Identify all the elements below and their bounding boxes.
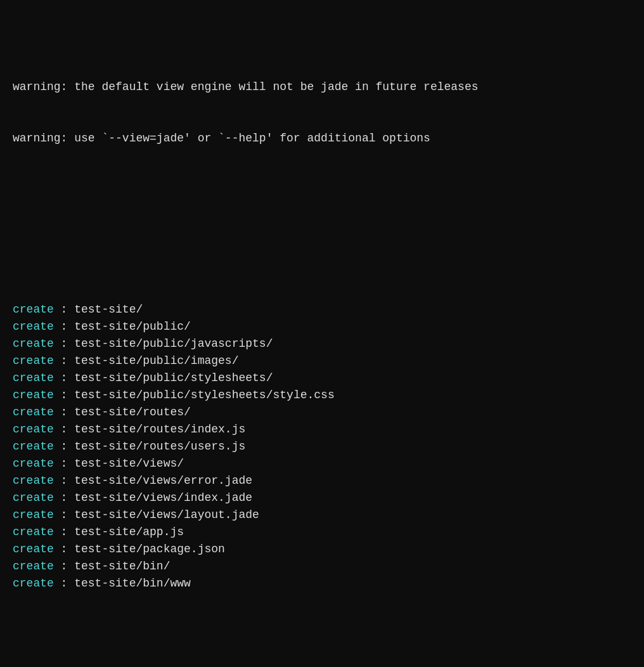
create-line-14: create : test-site/package.json [13, 541, 631, 558]
create-line-16: create : test-site/bin/www [13, 575, 631, 592]
create-line-11: create : test-site/views/index.jade [13, 489, 631, 507]
create-line-12: create : test-site/views/layout.jade [13, 507, 631, 524]
create-keyword-0: create [13, 303, 54, 316]
spacer-2 [13, 644, 631, 661]
warning-line-2: warning: use `--view=jade' or `--help' f… [13, 130, 631, 147]
create-keyword-13: create [13, 526, 54, 538]
create-keyword-8: create [13, 440, 54, 453]
create-keyword-7: create [13, 423, 54, 436]
create-keyword-1: create [13, 320, 54, 333]
create-keyword-2: create [13, 337, 54, 350]
create-line-13: create : test-site/app.js [13, 524, 631, 541]
create-line-9: create : test-site/views/ [13, 455, 631, 472]
create-keyword-5: create [13, 389, 54, 401]
create-line-10: create : test-site/views/error.jade [13, 472, 631, 489]
create-keyword-16: create [13, 577, 54, 590]
warning-line-1: warning: the default view engine will no… [13, 79, 631, 96]
create-line-5: create : test-site/public/stylesheets/st… [13, 387, 631, 404]
create-keyword-14: create [13, 543, 54, 555]
warning-section: warning: the default view engine will no… [13, 44, 631, 181]
create-line-4: create : test-site/public/stylesheets/ [13, 370, 631, 387]
create-keyword-11: create [13, 491, 54, 504]
create-line-0: create : test-site/ [13, 301, 631, 318]
create-line-2: create : test-site/public/javascripts/ [13, 335, 631, 353]
create-keyword-10: create [13, 474, 54, 487]
create-keyword-6: create [13, 406, 54, 418]
create-section: create : test-site/create : test-site/pu… [13, 301, 631, 592]
terminal-output: warning: the default view engine will no… [13, 10, 631, 667]
create-keyword-15: create [13, 560, 54, 573]
create-keyword-9: create [13, 457, 54, 470]
create-line-7: create : test-site/routes/index.js [13, 421, 631, 438]
spacer-1 [13, 233, 631, 250]
create-keyword-4: create [13, 372, 54, 384]
create-line-3: create : test-site/public/images/ [13, 353, 631, 370]
create-line-15: create : test-site/bin/ [13, 558, 631, 575]
create-line-6: create : test-site/routes/ [13, 404, 631, 421]
create-keyword-12: create [13, 508, 54, 521]
create-keyword-3: create [13, 354, 54, 367]
create-line-1: create : test-site/public/ [13, 318, 631, 335]
create-line-8: create : test-site/routes/users.js [13, 438, 631, 455]
